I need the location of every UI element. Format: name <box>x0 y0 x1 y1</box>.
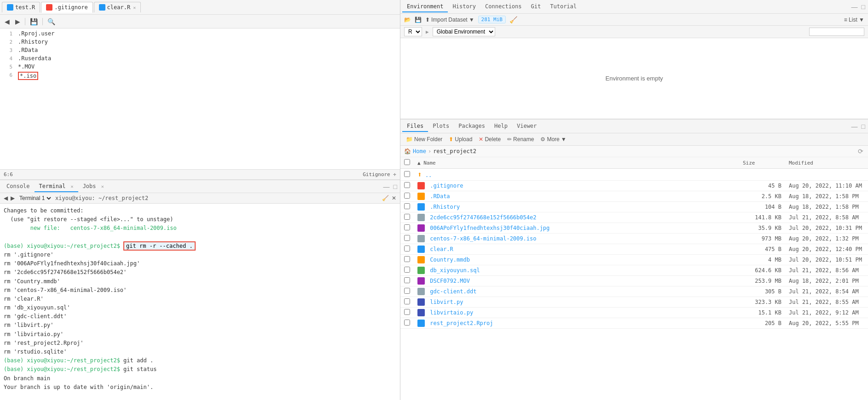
line-content-6[interactable]: *.iso <box>16 72 400 80</box>
tab-terminal[interactable]: Terminal ✕ <box>35 181 78 192</box>
file-link[interactable]: .. <box>425 172 432 178</box>
minimize-btn[interactable]: — <box>382 182 391 191</box>
env-search-input[interactable] <box>809 28 864 36</box>
files-minimize-btn[interactable]: — <box>851 122 859 131</box>
terminal-output[interactable]: Changes to be committed: (use "git resto… <box>0 204 400 400</box>
breadcrumb-home[interactable]: Home <box>413 148 426 154</box>
line-content-4[interactable]: .Ruserdata <box>16 55 400 63</box>
file-name-cell: ⬆ .. <box>414 169 739 181</box>
jobs-tab-close[interactable]: ✕ <box>101 184 104 189</box>
row-checkbox[interactable] <box>404 193 410 199</box>
tab-plots[interactable]: Plots <box>428 121 454 132</box>
file-link[interactable]: .gitignore <box>430 183 463 189</box>
file-name-cell: centos-7-x86_64-minimal-2009.iso <box>414 234 739 244</box>
toolbar-forward-btn[interactable]: ▶ <box>13 17 22 26</box>
tab-git[interactable]: Git <box>527 1 546 12</box>
terminal-selector[interactable]: Terminal 1 <box>17 194 52 202</box>
row-checkbox[interactable] <box>404 235 410 241</box>
upload-btn[interactable]: ⬆ Upload <box>447 135 474 143</box>
file-link[interactable]: libvirt.py <box>430 299 463 305</box>
file-link[interactable]: clear.R <box>430 246 453 252</box>
open-folder-btn[interactable]: 📂 <box>404 17 411 23</box>
terminal-tab-close[interactable]: ✕ <box>71 184 74 189</box>
terminal-actions: 🧹 ✕ <box>382 195 396 201</box>
file-link[interactable]: .RData <box>430 193 450 200</box>
env-minimize-btn[interactable]: — <box>851 2 859 11</box>
term-line-restore-hint: (use "git restore --staged <file>..." to… <box>4 215 396 224</box>
row-checkbox[interactable] <box>404 320 410 326</box>
row-checkbox[interactable] <box>404 288 410 294</box>
file-link[interactable]: DSCF0792.MOV <box>430 278 470 284</box>
tab-tutorial[interactable]: Tutorial <box>545 1 581 12</box>
select-all-checkbox[interactable] <box>404 159 410 165</box>
file-link[interactable]: db_xiyouyun.sql <box>430 267 480 274</box>
tab-connections[interactable]: Connections <box>480 1 526 12</box>
terminal-close-btn[interactable]: ✕ <box>392 195 396 201</box>
tab-clear-r[interactable]: clear.R ✕ <box>94 2 141 12</box>
tab-clear-r-close[interactable]: ✕ <box>133 5 136 10</box>
line-content-3[interactable]: .RData <box>16 47 400 55</box>
more-btn[interactable]: ⚙ More ▼ <box>538 135 568 143</box>
row-checkbox[interactable] <box>404 214 410 220</box>
row-checkbox[interactable] <box>404 246 410 251</box>
breadcrumb-path[interactable]: 🏠 Home › rest_project2 <box>404 148 476 154</box>
row-checkbox[interactable] <box>404 267 410 273</box>
toolbar-save-btn[interactable]: 💾 <box>28 17 40 26</box>
tab-console[interactable]: Console <box>2 181 35 192</box>
r-version-select[interactable]: R <box>404 27 422 36</box>
save-btn[interactable]: 💾 <box>415 17 422 23</box>
tab-files[interactable]: Files <box>402 121 428 132</box>
tab-jobs[interactable]: Jobs ✕ <box>78 181 109 192</box>
file-link[interactable]: libvirtaio.py <box>430 309 473 316</box>
tab-environment[interactable]: Environment <box>402 1 448 12</box>
file-link[interactable]: gdc-client.ddt <box>430 288 476 295</box>
import-dataset-btn[interactable]: ⬆ Import Dataset ▼ <box>425 17 475 23</box>
line-content-5[interactable]: *.MOV <box>16 63 400 72</box>
global-env-select[interactable]: Global Environment <box>433 27 495 36</box>
file-link[interactable]: 2cde6cc95f2747668e152f5666b054e2 <box>430 214 536 221</box>
col-name[interactable]: ▲ Name <box>414 157 739 169</box>
line-content-2[interactable]: .Rhistory <box>16 39 400 47</box>
toolbar-search-btn[interactable]: 🔍 <box>46 17 57 26</box>
row-checkbox[interactable] <box>404 182 410 188</box>
memory-badge[interactable]: 281 MiB <box>478 16 506 23</box>
terminal-forward-btn[interactable]: ▶ <box>11 195 15 201</box>
clear-console-btn[interactable]: 🧹 <box>509 16 517 23</box>
tab-history[interactable]: History <box>448 1 480 12</box>
tab-help[interactable]: Help <box>490 121 512 132</box>
file-link[interactable]: Country.mmdb <box>430 257 470 263</box>
rename-btn[interactable]: ✏ Rename <box>505 135 536 143</box>
row-checkbox[interactable] <box>404 171 410 177</box>
line-content-1[interactable]: .Rproj.user <box>16 30 400 39</box>
tab-test-r[interactable]: test.R <box>2 2 40 12</box>
file-name-cell: rest_project2.Rproj <box>414 318 739 329</box>
row-checkbox[interactable] <box>404 256 410 262</box>
row-checkbox[interactable] <box>404 203 410 209</box>
file-link[interactable]: .Rhistory <box>430 204 460 210</box>
file-link[interactable]: centos-7-x86_64-minimal-2009.iso <box>430 235 536 242</box>
delete-btn[interactable]: ✕ Delete <box>477 135 503 143</box>
terminal-clear-btn[interactable]: 🧹 <box>382 195 389 201</box>
files-maximize-btn[interactable]: □ <box>861 122 866 131</box>
breadcrumb-project[interactable]: rest_project2 <box>433 148 476 154</box>
row-checkbox[interactable] <box>404 298 410 304</box>
terminal-back-btn[interactable]: ◀ <box>4 195 8 201</box>
row-checkbox[interactable] <box>404 277 410 283</box>
tab-packages[interactable]: Packages <box>454 121 490 132</box>
file-link[interactable]: rest_project2.Rproj <box>430 320 493 326</box>
tab-viewer[interactable]: Viewer <box>512 121 541 132</box>
col-modified[interactable]: Modified <box>785 157 868 169</box>
sync-btn[interactable]: ⟳ <box>857 147 864 156</box>
tab-gitignore[interactable]: .gitignore <box>41 2 93 13</box>
col-size[interactable]: Size <box>739 157 785 169</box>
new-folder-btn[interactable]: 📁 New Folder <box>404 135 444 143</box>
file-name-cell: .Rhistory <box>414 202 739 212</box>
env-maximize-btn[interactable]: □ <box>861 2 866 11</box>
col-checkbox[interactable] <box>400 157 414 169</box>
maximize-btn[interactable]: □ <box>393 182 398 191</box>
toolbar-back-btn[interactable]: ◀ <box>3 17 12 26</box>
row-checkbox[interactable] <box>404 309 410 315</box>
file-link[interactable]: 006APoFYly1fnedhtexhsj30f40ciaah.jpg <box>430 225 550 231</box>
row-checkbox[interactable] <box>404 224 410 230</box>
list-dropdown-btn[interactable]: ≡ List ▼ <box>844 17 864 23</box>
